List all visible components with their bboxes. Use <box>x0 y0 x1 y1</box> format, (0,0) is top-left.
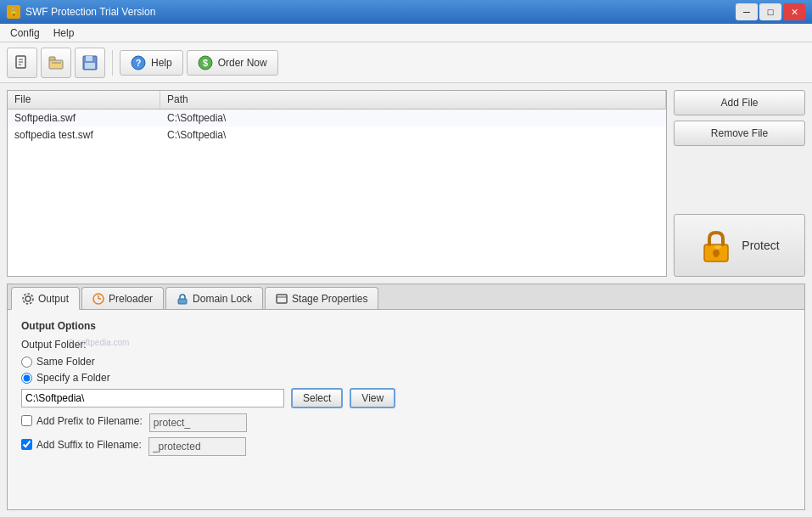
prefix-input[interactable] <box>149 413 247 432</box>
file-list-body[interactable]: Softpedia.swf C:\Softpedia\ softpedia te… <box>8 110 666 276</box>
svg-rect-22 <box>178 299 187 304</box>
prefix-row: Add Prefix to Filename: <box>21 413 791 432</box>
open-icon <box>48 54 64 71</box>
svg-rect-5 <box>49 60 63 69</box>
menu-config[interactable]: Config <box>3 25 47 41</box>
tab-preloader-label: Preloader <box>109 293 153 305</box>
same-folder-option[interactable]: Same Folder <box>21 356 791 368</box>
specify-folder-radio[interactable] <box>21 373 32 384</box>
file-list-container: File Path Softpedia.swf C:\Softpedia\ so… <box>7 90 667 277</box>
add-suffix-label[interactable]: Add Suffix to Filename: <box>21 439 142 451</box>
protect-label: Protect <box>742 239 779 252</box>
save-icon <box>81 54 98 71</box>
table-row[interactable]: softpedia test.swf C:\Softpedia\ <box>8 126 666 143</box>
output-options-title: Output Options <box>21 320 791 332</box>
tab-bar: Output Preloader Domain Lock <box>8 284 804 310</box>
minimize-button[interactable]: ─ <box>736 3 758 20</box>
window-controls: ─ □ ✕ <box>736 3 805 20</box>
file-cell-0: Softpedia.swf <box>8 110 160 126</box>
toolbar-separator <box>112 50 113 76</box>
svg-rect-15 <box>714 253 718 257</box>
view-button[interactable]: View <box>350 388 395 408</box>
svg-text:?: ? <box>136 58 142 68</box>
svg-point-17 <box>25 296 31 301</box>
svg-rect-23 <box>277 295 287 303</box>
tab-stage-properties[interactable]: Stage Properties <box>265 287 378 309</box>
lower-section: Output Preloader Domain Lock <box>7 284 805 510</box>
menu-bar: Config Help <box>0 24 812 42</box>
suffix-checkbox[interactable] <box>21 439 32 450</box>
suffix-input[interactable] <box>148 437 246 456</box>
output-folder-label: Output Folder: <box>21 339 123 351</box>
table-row[interactable]: Softpedia.swf C:\Softpedia\ <box>8 110 666 126</box>
app-icon: 🔒 <box>7 5 20 19</box>
add-file-button[interactable]: Add File <box>674 90 805 115</box>
specify-folder-option[interactable]: Specify a Folder <box>21 372 791 384</box>
svg-point-16 <box>714 245 721 249</box>
remove-file-button[interactable]: Remove File <box>674 121 805 146</box>
tab-domain-lock-label: Domain Lock <box>193 293 252 305</box>
svg-point-18 <box>23 294 33 304</box>
file-cell-1: softpedia test.swf <box>8 127 160 143</box>
help-button[interactable]: ? Help <box>120 50 183 76</box>
prefix-checkbox[interactable] <box>21 415 32 426</box>
order-icon: $ <box>198 55 213 70</box>
tab-domain-lock[interactable]: Domain Lock <box>165 287 263 309</box>
path-input[interactable] <box>21 389 284 407</box>
menu-help[interactable]: Help <box>47 25 81 41</box>
path-cell-0: C:\Softpedia\ <box>160 110 666 126</box>
tab-content-output: Output Options Output Folder: Same Folde… <box>8 310 804 509</box>
svg-rect-7 <box>86 56 92 61</box>
main-content: File Path Softpedia.swf C:\Softpedia\ so… <box>0 83 812 517</box>
svg-rect-8 <box>85 63 95 69</box>
order-now-button[interactable]: $ Order Now <box>187 50 278 76</box>
upper-section: File Path Softpedia.swf C:\Softpedia\ so… <box>7 90 805 277</box>
right-buttons: Add File Remove File <box>674 90 805 277</box>
save-button[interactable] <box>75 48 105 78</box>
maximize-button[interactable]: □ <box>759 3 781 20</box>
tab-stage-properties-label: Stage Properties <box>292 293 367 305</box>
tab-output-label: Output <box>38 293 69 305</box>
title-bar-text: SWF Protection Trial Version <box>25 6 731 18</box>
gear-icon <box>22 293 34 305</box>
tab-output[interactable]: Output <box>11 287 80 310</box>
new-button[interactable] <box>7 48 37 78</box>
output-folder-row: Output Folder: <box>21 339 791 351</box>
protect-button[interactable]: Protect <box>674 214 805 277</box>
toolbar: ? Help $ Order Now <box>0 42 812 83</box>
same-folder-radio[interactable] <box>21 357 32 368</box>
suffix-row: Add Suffix to Filename: <box>21 437 791 456</box>
path-row: Select View <box>21 388 791 408</box>
file-list-header: File Path <box>8 91 666 110</box>
new-icon <box>14 54 31 71</box>
title-bar: 🔒 SWF Protection Trial Version ─ □ ✕ <box>0 0 812 24</box>
lock-icon <box>699 228 733 263</box>
stage-icon <box>276 293 288 305</box>
add-prefix-label[interactable]: Add Prefix to Filename: <box>21 415 143 427</box>
tab-preloader[interactable]: Preloader <box>81 287 164 309</box>
file-col-header: File <box>8 91 160 109</box>
clock-icon <box>92 293 104 305</box>
open-button[interactable] <box>41 48 71 78</box>
select-button[interactable]: Select <box>291 388 343 408</box>
path-cell-1: C:\Softpedia\ <box>160 127 666 143</box>
domain-lock-icon <box>176 293 188 305</box>
svg-text:$: $ <box>203 58 208 68</box>
path-col-header: Path <box>160 91 666 109</box>
help-icon: ? <box>131 55 146 70</box>
close-button[interactable]: ✕ <box>783 3 805 20</box>
